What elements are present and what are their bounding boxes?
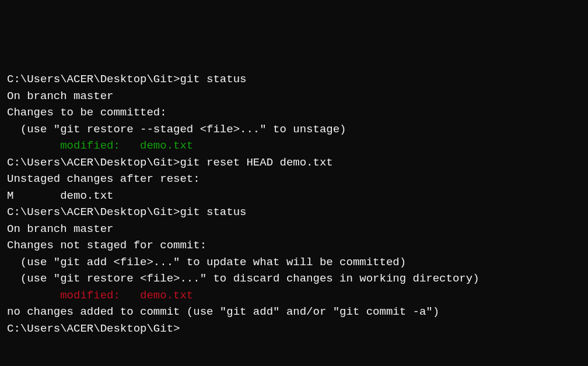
output-modified-staged: modified: demo.txt <box>7 138 581 154</box>
output-modified-unstaged: modified: demo.txt <box>7 287 581 304</box>
prompt-1: C:\Users\ACER\Desktop\Git> <box>7 73 180 86</box>
command-2: git reset HEAD demo.txt <box>180 156 332 169</box>
terminal-output[interactable]: C:\Users\ACER\Desktop\Git>git statusOn b… <box>7 71 581 337</box>
prompt-2: C:\Users\ACER\Desktop\Git> <box>7 156 180 169</box>
prompt-3: C:\Users\ACER\Desktop\Git> <box>7 206 180 219</box>
output-hint-unstage: (use "git restore --staged <file>..." to… <box>7 121 581 138</box>
output-hint-add: (use "git add <file>..." to update what … <box>7 254 581 271</box>
output-unstaged-header: Unstaged changes after reset: <box>7 171 581 188</box>
output-branch-2: On branch master <box>7 221 581 238</box>
prompt-4: C:\Users\ACER\Desktop\Git> <box>7 322 180 335</box>
command-1: git status <box>180 73 246 86</box>
output-changes-header-2: Changes not staged for commit: <box>7 237 581 254</box>
output-unstaged-file: M demo.txt <box>7 188 581 205</box>
output-branch-1: On branch master <box>7 88 581 105</box>
command-3: git status <box>180 206 246 219</box>
output-hint-restore: (use "git restore <file>..." to discard … <box>7 270 581 287</box>
output-no-changes: no changes added to commit (use "git add… <box>7 304 581 321</box>
output-changes-header-1: Changes to be committed: <box>7 104 581 121</box>
